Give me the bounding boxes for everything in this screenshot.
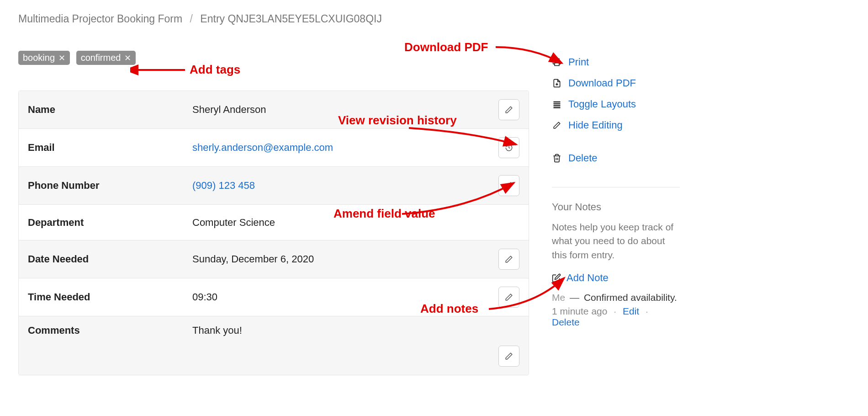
field-label: Date Needed	[28, 253, 192, 265]
print-link[interactable]: Print	[552, 52, 680, 73]
entry-table: Name Sheryl Anderson Email sherly.anders…	[18, 91, 529, 375]
tags-row: booking ✕ confirmed ✕	[18, 51, 529, 65]
table-row: Comments Thank you!	[19, 316, 529, 375]
pencil-icon	[505, 106, 513, 114]
tag-confirmed[interactable]: confirmed ✕	[76, 51, 136, 65]
sidebar: Print Download PDF Toggle Layouts	[552, 51, 680, 328]
edit-button[interactable]	[498, 287, 519, 308]
breadcrumb-parent[interactable]: Multimedia Projector Booking Form	[18, 13, 182, 25]
table-row: Phone Number (909) 123 458	[19, 166, 529, 204]
field-label: Time Needed	[28, 291, 192, 303]
action-label: Toggle Layouts	[568, 98, 636, 110]
pdf-icon	[552, 79, 562, 88]
edit-button[interactable]	[498, 175, 519, 196]
field-label: Name	[28, 104, 192, 116]
email-link[interactable]: sherly.anderson@example.com	[192, 142, 333, 153]
table-row: Date Needed Sunday, December 6, 2020	[19, 240, 529, 278]
history-button[interactable]	[498, 137, 519, 158]
pencil-icon	[552, 121, 562, 129]
field-label: Department	[28, 217, 192, 229]
notes-section: Your Notes Notes help you keep track of …	[552, 201, 680, 328]
toggle-layouts-link[interactable]: Toggle Layouts	[552, 94, 680, 115]
field-value: sherly.anderson@example.com	[192, 142, 498, 154]
field-value: Sunday, December 6, 2020	[192, 253, 498, 265]
field-label: Email	[28, 142, 192, 154]
action-label: Download PDF	[568, 77, 636, 89]
field-value: Computer Science	[192, 217, 519, 229]
add-note-link[interactable]: Add Note	[552, 272, 680, 284]
field-value: (909) 123 458	[192, 180, 498, 192]
action-label: Delete	[568, 152, 598, 164]
note-dash: —	[570, 292, 579, 303]
field-value: 09:30	[192, 291, 498, 303]
pencil-icon	[505, 352, 513, 360]
tag-label: booking	[23, 53, 55, 63]
layout-icon	[552, 100, 562, 109]
download-pdf-link[interactable]: Download PDF	[552, 73, 680, 94]
edit-button[interactable]	[498, 99, 519, 120]
trash-icon	[552, 154, 562, 163]
pencil-icon	[505, 181, 513, 190]
sidebar-divider	[552, 187, 680, 187]
edit-button[interactable]	[498, 346, 519, 367]
tag-label: confirmed	[81, 53, 121, 63]
table-row: Name Sheryl Anderson	[19, 91, 529, 128]
close-icon[interactable]: ✕	[124, 53, 131, 63]
svg-rect-1	[555, 63, 559, 66]
pencil-icon	[505, 293, 513, 301]
print-icon	[552, 58, 562, 67]
edit-button[interactable]	[498, 249, 519, 270]
table-row: Department Computer Science	[19, 204, 529, 240]
table-row: Time Needed 09:30	[19, 278, 529, 316]
action-label: Hide Editing	[568, 119, 623, 131]
action-label: Print	[568, 56, 589, 68]
note-author: Me	[552, 292, 565, 303]
tag-booking[interactable]: booking ✕	[18, 51, 70, 65]
field-value: Thank you!	[192, 325, 519, 336]
page-container: Multimedia Projector Booking Form / Entr…	[18, 13, 680, 375]
edit-note-icon	[552, 273, 561, 283]
note-edit-link[interactable]: Edit	[623, 306, 639, 316]
field-label: Comments	[28, 325, 192, 336]
notes-title: Your Notes	[552, 201, 680, 213]
svg-rect-0	[555, 59, 559, 61]
phone-link[interactable]: (909) 123 458	[192, 180, 255, 191]
sidebar-actions: Print Download PDF Toggle Layouts	[552, 52, 680, 169]
note-text: Confirmed availability.	[584, 292, 677, 303]
notes-help: Notes help you keep track of what you ne…	[552, 220, 680, 262]
breadcrumb-current: Entry QNJE3LAN5EYE5LCXUIG08QIJ	[200, 13, 382, 25]
note-time: 1 minute ago	[552, 306, 607, 316]
breadcrumb-sep: /	[190, 13, 193, 25]
note-delete-link[interactable]: Delete	[552, 317, 580, 327]
field-label: Phone Number	[28, 180, 192, 192]
field-value: Sheryl Anderson	[192, 104, 498, 116]
history-icon	[505, 144, 513, 152]
delete-link[interactable]: Delete	[552, 148, 680, 169]
add-note-label: Add Note	[566, 272, 609, 284]
note-meta: 1 minute ago · Edit · Delete	[552, 306, 680, 328]
hide-editing-link[interactable]: Hide Editing	[552, 115, 680, 136]
breadcrumb: Multimedia Projector Booking Form / Entr…	[18, 13, 680, 25]
note-entry: Me — Confirmed availability.	[552, 292, 680, 303]
table-row: Email sherly.anderson@example.com	[19, 128, 529, 166]
main-column: booking ✕ confirmed ✕ Name Sheryl Anders…	[18, 51, 529, 375]
pencil-icon	[505, 255, 513, 263]
close-icon[interactable]: ✕	[58, 53, 65, 63]
